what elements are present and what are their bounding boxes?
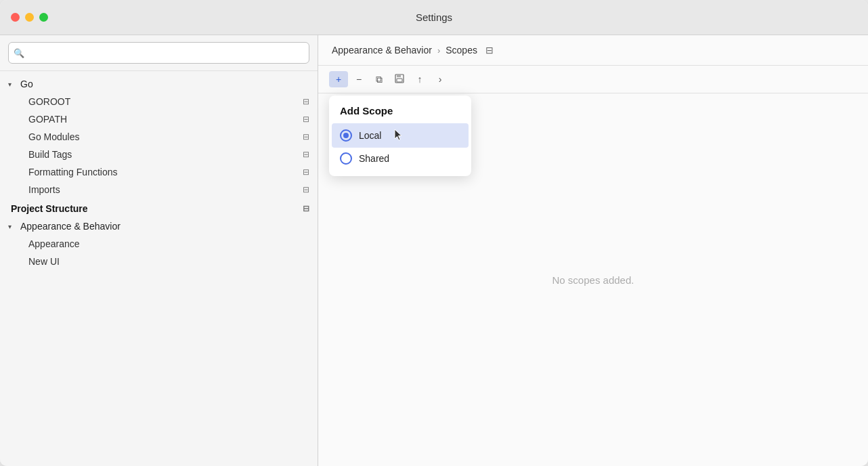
radio-local bbox=[340, 129, 352, 142]
upload-icon: ↑ bbox=[418, 74, 422, 85]
sidebar-item-label-build-tags: Build Tags bbox=[28, 149, 72, 160]
sidebar-item-label-imports: Imports bbox=[28, 184, 60, 195]
settings-icon-gopath: ⊟ bbox=[303, 114, 309, 124]
sidebar-group-header-appearance-behavior[interactable]: ▾ Appearance & Behavior bbox=[0, 217, 318, 235]
titlebar: Settings bbox=[0, 0, 868, 35]
main-content: 🔍 ▾ Go GOROOT ⊟ GOPAT bbox=[0, 35, 868, 466]
window-title: Settings bbox=[416, 12, 452, 23]
breadcrumb-icon: ⊟ bbox=[485, 45, 494, 56]
settings-icon-go-modules: ⊟ bbox=[303, 132, 309, 142]
settings-icon-formatting-functions: ⊟ bbox=[303, 167, 309, 177]
sidebar: 🔍 ▾ Go GOROOT ⊟ GOPAT bbox=[0, 35, 318, 466]
sidebar-group-label-go: Go bbox=[20, 79, 33, 89]
save-scope-button[interactable] bbox=[390, 71, 409, 87]
sidebar-item-appearance[interactable]: Appearance bbox=[0, 235, 318, 253]
settings-icon-project-structure: ⊟ bbox=[303, 204, 309, 213]
close-button[interactable] bbox=[11, 13, 20, 22]
dropdown-label-local: Local bbox=[359, 130, 381, 141]
sidebar-group-header-go[interactable]: ▾ Go bbox=[0, 75, 318, 93]
more-button[interactable]: › bbox=[431, 71, 450, 87]
add-scope-dropdown: Add Scope Local Shared bbox=[329, 96, 471, 176]
copy-scope-button[interactable]: ⧉ bbox=[370, 71, 389, 87]
add-icon: + bbox=[336, 74, 341, 85]
sidebar-item-project-structure[interactable]: Project Structure ⊟ bbox=[0, 200, 318, 217]
search-icon: 🔍 bbox=[14, 48, 24, 58]
empty-state-text: No scopes added. bbox=[552, 274, 634, 286]
toolbar: + − ⧉ bbox=[318, 66, 868, 93]
dropdown-title: Add Scope bbox=[329, 102, 471, 123]
upload-scope-button[interactable]: ↑ bbox=[410, 71, 429, 87]
settings-icon-build-tags: ⊟ bbox=[303, 150, 309, 159]
more-icon: › bbox=[439, 74, 442, 85]
sidebar-list: ▾ Go GOROOT ⊟ GOPATH ⊟ Go Modules ⊟ bbox=[0, 71, 318, 466]
settings-icon-imports: ⊟ bbox=[303, 185, 309, 194]
sidebar-group-label-appearance-behavior: Appearance & Behavior bbox=[20, 221, 121, 232]
radio-shared bbox=[340, 152, 352, 165]
sidebar-item-label-gopath: GOPATH bbox=[28, 114, 67, 125]
sidebar-item-label-formatting-functions: Formatting Functions bbox=[28, 167, 118, 177]
sidebar-item-label-goroot: GOROOT bbox=[28, 96, 70, 107]
sidebar-item-label-go-modules: Go Modules bbox=[28, 131, 79, 142]
right-panel: Appearance & Behavior › Scopes ⊟ + − ⧉ bbox=[318, 35, 868, 466]
sidebar-item-label-appearance: Appearance bbox=[28, 238, 80, 249]
traffic-lights bbox=[11, 13, 48, 22]
svg-rect-2 bbox=[397, 79, 402, 82]
sidebar-item-build-tags[interactable]: Build Tags ⊟ bbox=[0, 146, 318, 163]
maximize-button[interactable] bbox=[39, 13, 48, 22]
sidebar-item-formatting-functions[interactable]: Formatting Functions ⊟ bbox=[0, 163, 318, 181]
sidebar-item-gopath[interactable]: GOPATH ⊟ bbox=[0, 110, 318, 128]
breadcrumb-current: Scopes bbox=[446, 45, 477, 56]
breadcrumb-arrow: › bbox=[437, 45, 440, 56]
sidebar-item-go-modules[interactable]: Go Modules ⊟ bbox=[0, 128, 318, 146]
dropdown-label-shared: Shared bbox=[359, 153, 389, 164]
sidebar-group-go: ▾ Go GOROOT ⊟ GOPATH ⊟ Go Modules ⊟ bbox=[0, 75, 318, 198]
dropdown-item-local[interactable]: Local bbox=[332, 123, 469, 148]
search-input[interactable] bbox=[8, 42, 309, 64]
sidebar-item-new-ui[interactable]: New UI bbox=[0, 253, 318, 270]
remove-scope-button[interactable]: − bbox=[349, 71, 368, 87]
copy-icon: ⧉ bbox=[376, 74, 383, 85]
settings-icon-goroot: ⊟ bbox=[303, 97, 309, 106]
search-bar: 🔍 bbox=[0, 35, 318, 71]
sidebar-item-imports[interactable]: Imports ⊟ bbox=[0, 181, 318, 198]
sidebar-item-label-new-ui: New UI bbox=[28, 256, 60, 267]
dropdown-item-shared[interactable]: Shared bbox=[329, 148, 471, 169]
svg-rect-1 bbox=[397, 75, 401, 77]
breadcrumb-parent: Appearance & Behavior bbox=[332, 45, 432, 56]
save-icon bbox=[395, 74, 404, 85]
cursor-icon bbox=[393, 128, 406, 143]
breadcrumb: Appearance & Behavior › Scopes ⊟ bbox=[318, 35, 868, 66]
sidebar-group-appearance-behavior: ▾ Appearance & Behavior Appearance New U… bbox=[0, 217, 318, 270]
add-scope-button[interactable]: + bbox=[329, 71, 348, 87]
sidebar-item-label-project-structure: Project Structure bbox=[11, 203, 88, 214]
minimize-button[interactable] bbox=[25, 13, 34, 22]
chevron-down-icon: ▾ bbox=[8, 81, 16, 88]
chevron-down-icon-ab: ▾ bbox=[8, 223, 16, 230]
remove-icon: − bbox=[356, 74, 362, 85]
sidebar-item-goroot[interactable]: GOROOT ⊟ bbox=[0, 93, 318, 110]
